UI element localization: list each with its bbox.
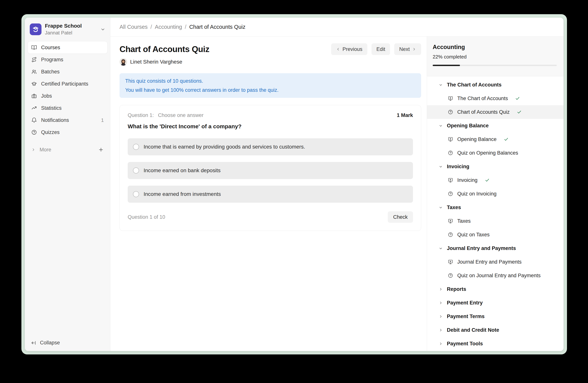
help-circle-icon [448,191,453,196]
previous-label: Previous [342,46,362,52]
sidebar-item-batches[interactable]: Batches [28,66,107,78]
answer-option-2[interactable]: Income earned on bank deposits [128,162,413,179]
outline-quiz-journal-entry-and-payments[interactable]: Quiz on Journal Entry and Payments [427,269,564,282]
sidebar-item-statistics[interactable]: Statistics [28,102,107,114]
help-circle-icon [448,273,453,278]
bell-icon [31,117,37,123]
sidebar-item-jobs[interactable]: Jobs [28,90,107,102]
sidebar-item-courses[interactable]: Courses [28,41,107,54]
sidebar-item-programs[interactable]: Programs [28,54,107,66]
chevron-down-icon [439,246,443,250]
course-outline-panel: Accounting 22% completed The Chart of Ac… [427,37,564,351]
chevron-right-icon [439,328,443,332]
outline-quiz-chart-of-accounts[interactable]: Chart of Accounts Quiz [427,105,564,119]
course-progress-bar [433,65,557,66]
trending-up-icon [31,105,37,111]
check-button[interactable]: Check [388,211,413,223]
outline-quiz-invoicing[interactable]: Quiz on Invoicing [427,187,564,201]
edit-button[interactable]: Edit [372,43,390,55]
lesson-label: The Chart of Accounts [457,96,508,101]
route-icon [31,57,37,62]
outline-quiz-opening-balances[interactable]: Quiz on Opening Balances [427,146,564,160]
next-button[interactable]: Next [394,43,421,55]
outline-lesson-invoicing[interactable]: Invoicing [427,173,564,187]
user-name: Jannat Patel [45,30,97,36]
section-label: Journal Entry and Payments [447,246,516,251]
breadcrumb-all-courses[interactable]: All Courses [120,24,147,30]
page-header: Chart of Accounts Quiz Previous Edit Nex… [120,43,421,55]
outline-lesson-chart-of-accounts[interactable]: The Chart of Accounts [427,92,564,105]
outline-lesson-journal-entry-and-payments[interactable]: Journal Entry and Payments [427,255,564,269]
outline-lesson-opening-balance[interactable]: Opening Balance [427,133,564,146]
sidebar-item-label: Statistics [41,105,62,111]
sidebar-item-label: Jobs [41,93,52,99]
main-region: All Courses / Accounting / Chart of Acco… [110,18,564,351]
outline-section-journal-entry-and-payments[interactable]: Journal Entry and Payments [427,241,564,255]
outline-section-invoicing[interactable]: Invoicing [427,160,564,173]
sidebar-more-toggle[interactable]: More [28,144,107,155]
monitor-play-icon [448,259,453,265]
chevron-right-icon [31,148,35,152]
lesson-label: Journal Entry and Payments [457,259,522,265]
outline-section-payment-terms[interactable]: Payment Terms [427,309,564,323]
sidebar-item-certified-participants[interactable]: Certified Participants [28,78,107,90]
question-number-label: Question 1: [128,112,154,118]
radio-button[interactable] [133,168,139,173]
users-icon [31,69,37,75]
chevron-down-icon [439,124,443,128]
lesson-label: Taxes [457,218,471,224]
school-switcher[interactable]: Frappe School Jannat Patel [28,22,107,37]
answer-option-3[interactable]: Income earned from investments [128,186,413,203]
quiz-page: Chart of Accounts Quiz Previous Edit Nex… [110,37,427,351]
quiz-card: Question 1: Choose one answer 1 Mark Wha… [120,105,421,231]
outline-section-reports[interactable]: Reports [427,282,564,296]
outline-lesson-taxes[interactable]: Taxes [427,214,564,228]
course-progress-fill [433,65,460,66]
outline-section-opening-balance[interactable]: Opening Balance [427,119,564,133]
sidebar-item-label: Quizzes [41,129,60,135]
outline-quiz-taxes[interactable]: Quiz on Taxes [427,228,564,241]
sidebar-item-quizzes[interactable]: Quizzes [28,126,107,138]
lesson-label: Opening Balance [457,136,497,142]
school-switcher-labels: Frappe School Jannat Patel [45,23,97,36]
plus-icon[interactable] [98,147,104,153]
notifications-count-badge: 1 [101,117,104,123]
sidebar-item-notifications[interactable]: Notifications 1 [28,114,107,126]
sidebar-item-label: Notifications [41,117,69,123]
sidebar-collapse-button[interactable]: Collapse [28,339,107,347]
quiz-label: Quiz on Opening Balances [457,150,518,156]
lesson-label: Invoicing [457,177,478,183]
chevron-right-icon [439,287,443,291]
sidebar-menu: Courses Programs Batches Certified Parti… [28,41,107,138]
briefcase-icon [31,93,37,99]
sidebar-item-label: Programs [41,57,63,63]
outline-section-debit-and-credit-note[interactable]: Debit and Credit Note [427,323,564,337]
outline-section-payment-tools[interactable]: Payment Tools [427,337,564,350]
outline-section-taxes[interactable]: Taxes [427,201,564,214]
quiz-label: Quiz on Invoicing [457,191,497,197]
previous-button[interactable]: Previous [331,43,367,55]
outline-section-payment-entry[interactable]: Payment Entry [427,296,564,309]
next-label: Next [399,46,410,52]
help-circle-icon [448,109,453,115]
section-label: The Chart of Accounts [447,82,502,88]
instructor-name: Linet Sherin Varghese [130,59,182,65]
radio-button[interactable] [133,191,139,197]
page-title: Chart of Accounts Quiz [120,44,209,54]
course-progress-header: Accounting 22% completed [427,37,564,77]
page-actions: Previous Edit Next [331,43,421,55]
check-icon [517,110,522,115]
breadcrumb-separator: / [150,24,152,30]
option-label: Income earned on bank deposits [144,168,221,173]
check-icon [515,96,520,101]
monitor-play-icon [448,218,453,224]
radio-button[interactable] [133,144,139,150]
chevron-down-icon [100,27,105,32]
question-meta: Question 1: Choose one answer 1 Mark [128,112,413,118]
breadcrumb-accounting[interactable]: Accounting [155,24,182,30]
check-icon [485,178,490,183]
outline-section-chart-of-accounts[interactable]: The Chart of Accounts [427,78,564,92]
top-bar: All Courses / Accounting / Chart of Acco… [110,18,564,37]
chevron-right-icon [439,301,443,305]
answer-option-1[interactable]: Income that is earned by providing goods… [128,138,413,155]
